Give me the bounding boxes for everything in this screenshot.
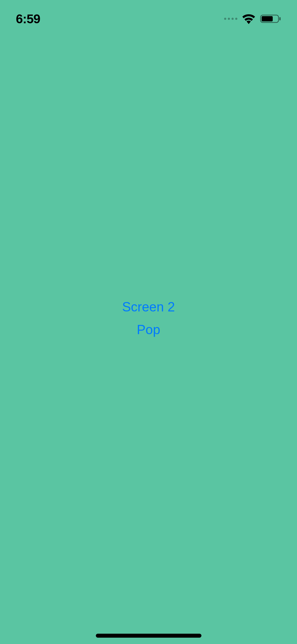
status-indicators	[224, 13, 281, 24]
button-group: Screen 2 Pop	[0, 299, 297, 337]
status-bar: 6:59	[0, 0, 297, 35]
cellular-signal-icon	[224, 18, 237, 20]
battery-icon	[260, 13, 281, 24]
status-time: 6:59	[16, 12, 40, 26]
svg-rect-2	[279, 17, 281, 20]
home-indicator[interactable]	[96, 634, 201, 638]
screen-2-button[interactable]: Screen 2	[122, 299, 175, 315]
content-area: Screen 2 Pop	[0, 35, 297, 617]
pop-button[interactable]: Pop	[137, 322, 160, 337]
svg-rect-1	[262, 16, 273, 21]
wifi-icon	[242, 13, 255, 24]
